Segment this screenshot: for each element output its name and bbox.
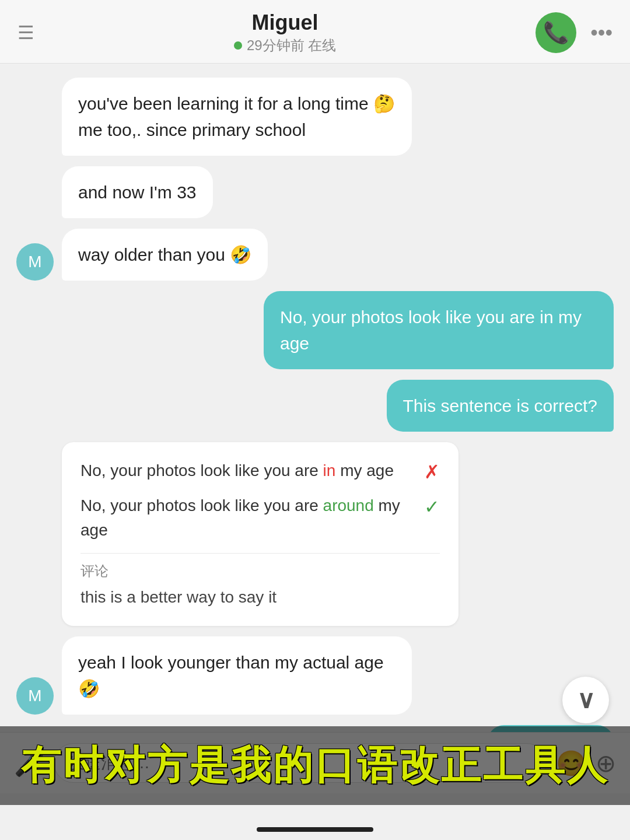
chat-header: ☰ Miguel 29分钟前 在线 📞 •••	[0, 0, 630, 64]
wrong-icon: ✗	[424, 461, 440, 483]
message-text: No, your photos look like you are in my …	[280, 307, 582, 353]
wrong-text-after: my age	[335, 461, 394, 480]
online-indicator	[234, 41, 242, 50]
chat-bubble: No, your photos look like you are in my …	[264, 291, 614, 369]
chat-bubble: and now I'm 33	[62, 166, 213, 218]
chat-bubble: way older than you 🤣	[62, 229, 268, 281]
header-actions: 📞 •••	[536, 12, 612, 53]
message-row: M way older than you 🤣	[16, 229, 614, 281]
correct-word: around	[323, 496, 374, 514]
message-row: This sentence is correct?	[16, 380, 614, 432]
comment-label: 评论	[80, 562, 440, 580]
message-row: No, your photos look like you are in my …	[16, 291, 614, 369]
more-options-icon[interactable]: •••	[590, 20, 612, 45]
message-text: This sentence is correct?	[403, 396, 597, 415]
chat-bubble: yeah I look younger than my actual age 🤣	[62, 636, 412, 715]
message-row: you've been learning it for a long time …	[16, 78, 614, 156]
menu-icon[interactable]: ☰	[18, 22, 34, 44]
correction-wrong-text: No, your photos look like you are in my …	[80, 459, 415, 483]
contact-name: Miguel	[252, 10, 318, 35]
correction-wrong-row: No, your photos look like you are in my …	[80, 459, 440, 483]
message-text: and now I'm 33	[78, 183, 197, 202]
chat-bubble: you've been learning it for a long time …	[62, 78, 412, 156]
wrong-word: in	[323, 461, 336, 480]
message-text: way older than you 🤣	[78, 245, 251, 264]
avatar: M	[16, 677, 54, 715]
call-icon: 📞	[543, 20, 569, 45]
status-text: 29分钟前 在线	[247, 36, 336, 55]
correction-card: No, your photos look like you are in my …	[62, 442, 459, 626]
correction-divider	[80, 553, 440, 554]
scroll-down-button[interactable]: ∨	[562, 677, 609, 723]
message-text: you've been learning it for a long time …	[78, 94, 395, 139]
message-row: M yeah I look younger than my actual age…	[16, 636, 614, 715]
message-row: and now I'm 33	[16, 166, 614, 218]
header-center: Miguel 29分钟前 在线	[234, 10, 336, 55]
bottom-banner: 有时对方是我的口语改正工具人	[0, 726, 630, 805]
chevron-down-icon: ∨	[577, 688, 595, 712]
chat-area: you've been learning it for a long time …	[0, 64, 630, 734]
correction-correct-row: No, your photos look like you are around…	[80, 494, 440, 542]
wrong-text-before: No, your photos look like you are	[80, 461, 323, 480]
comment-text: this is a better way to say it	[80, 585, 440, 610]
call-button[interactable]: 📞	[536, 12, 576, 53]
banner-text: 有时对方是我的口语改正工具人	[21, 739, 609, 792]
correction-correct-text: No, your photos look like you are around…	[80, 494, 415, 542]
contact-status: 29分钟前 在线	[234, 36, 336, 55]
correct-icon: ✓	[424, 496, 440, 518]
correct-text-before: No, your photos look like you are	[80, 496, 323, 514]
avatar: M	[16, 243, 54, 281]
message-text: yeah I look younger than my actual age 🤣	[78, 653, 384, 698]
chat-bubble: This sentence is correct?	[387, 380, 614, 432]
home-indicator	[257, 827, 373, 832]
